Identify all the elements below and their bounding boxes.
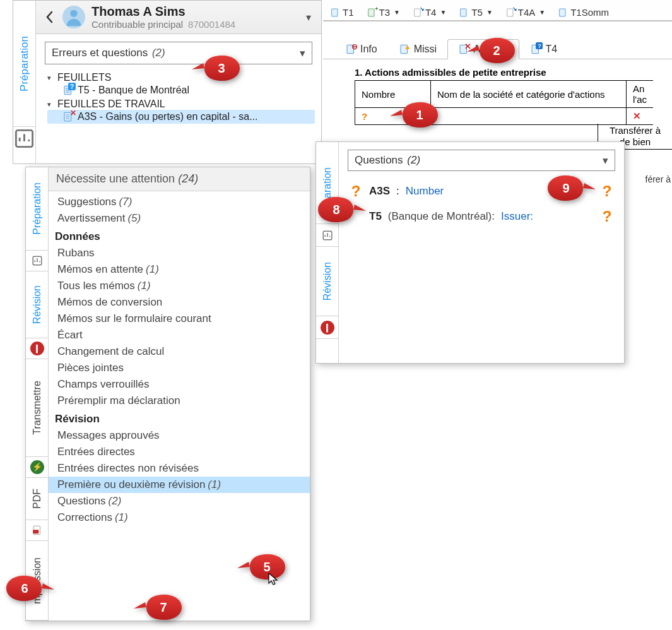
svg-rect-12 [33,530,38,534]
document-icon: ↘ [413,8,423,18]
question-icon: ? [600,208,614,225]
menu-item[interactable]: Champs verrouillés [49,376,310,393]
menu-item[interactable]: Écart [49,327,310,343]
menu-item[interactable]: Changement de calcul [49,343,310,360]
tab-t4[interactable]: ? T4 [519,39,568,59]
cursor-icon [268,572,279,589]
cell-nom-value[interactable] [431,108,627,125]
menu-section: Données [49,227,310,245]
form-tab-t4[interactable]: ↘ T4▼ [407,4,452,20]
tree-group-feuilles-travail[interactable]: ▾FEUILLES DE TRAVAIL [47,98,315,110]
form-tab-t5[interactable]: T5▼ [453,4,498,20]
document-icon: ↘ [505,8,516,18]
menu-item[interactable]: Pièces jointes [49,360,310,376]
callout-8: 8 [317,196,366,223]
form-tab-t4a[interactable]: ↘ T4A▼ [500,4,551,20]
transmit-status-icon: ⚡ [26,457,48,478]
form-tab-t3[interactable]: + T3▼ [361,4,406,20]
callout-6: 6 [5,574,54,602]
menu-item[interactable]: Tous les mémos (1) [49,278,310,294]
profile-dropdown[interactable]: ▾ [302,11,315,23]
document-icon: ? [62,85,74,96]
svg-point-1 [70,10,77,17]
menu-item[interactable]: Première ou deuxième révision (1) [49,477,310,493]
menu-item[interactable]: Questions (2) [49,493,310,509]
form-tab-t1[interactable]: T1 [324,4,360,20]
chart-icon[interactable] [316,224,338,247]
pdf-icon [26,520,48,541]
menu-list: Suggestions (7)Avertissement (5)DonnéesR… [49,191,310,528]
revision-status-icon: ❙ [316,316,338,339]
document-icon: ▲ [399,44,410,55]
callout-7: 7 [134,593,183,621]
svg-rect-16 [461,9,466,16]
questions-dropdown[interactable]: Questions (2) ▾ [348,150,615,171]
tab-info[interactable]: ⊖ Info [334,39,388,59]
left-vertical-tabs: Préparation [13,1,36,163]
document-icon: ? [530,44,541,55]
document-icon [330,8,340,18]
menu-item[interactable]: Corrections (1) [49,509,310,526]
tree: ▾FEUILLETS ? T5 - Banque de Montréal ▾FE… [36,71,321,128]
avatar [62,6,85,28]
callout-1: 1 [390,101,439,129]
errors-questions-dropdown[interactable]: Erreurs et questions (2) ▾ [45,42,312,64]
menu-item[interactable]: Rubans [49,245,310,261]
vtab-revision[interactable]: Révision [26,271,48,338]
form-content: 1. Actions admissibles de petite entrepr… [323,59,672,125]
tree-group-feuillets[interactable]: ▾FEUILLETS [47,72,315,83]
menu-item[interactable]: Suggestions (7) [49,194,310,210]
back-button[interactable] [42,8,56,26]
tree-item-t5[interactable]: ? T5 - Banque de Montréal [47,83,315,97]
document-icon: ✕ [62,111,74,122]
col-nom-societe: Nom de la société et catégorie d'actions [431,81,627,108]
document-icon [558,8,568,18]
svg-rect-18 [560,9,565,16]
document-icon: ⊖ [345,44,357,55]
menu-item[interactable]: Avertissement (5) [49,210,310,227]
document-icon: + [367,8,377,18]
callout-3: 3 [192,54,241,82]
vtab-preparation[interactable]: Préparation [26,167,48,251]
menu-item[interactable]: Préremplir ma déclaration [49,393,310,409]
menu-item[interactable]: Mémos de conversion [49,294,310,311]
question-icon: ? [600,182,614,200]
svg-rect-14 [368,9,374,16]
callout-5: 5 [237,553,286,581]
question-row-t5[interactable]: ? T5 (Banque de Montréal): Issuer: ? [349,204,614,229]
col-an: Anl'ac [627,81,654,108]
vtab-transmettre[interactable]: Transmettre [26,359,48,457]
menu-item[interactable]: Entrées directes non révisées [49,460,310,477]
menu-item[interactable]: Entrées directes [49,444,310,460]
vtab-pdf[interactable]: PDF [26,478,48,521]
menu-header: Nécessite une attention (24) [49,167,310,191]
vtab-preparation[interactable]: Préparation [13,1,35,127]
text-ferer: férer à [645,174,671,184]
vtab-revision[interactable]: Révision [316,247,338,316]
menu-item[interactable]: Mémos en attente (1) [49,261,310,278]
svg-rect-13 [332,9,338,16]
profile-subline: Contribuable principal870001484 [91,19,296,30]
callout-2: 2 [467,37,516,64]
profile-header: Thomas A Sims Contribuable principal8700… [36,1,321,34]
form-section-title: 1. Actions admissibles de petite entrepr… [355,67,672,78]
menu-item[interactable]: Messages approuvés [49,427,310,444]
left-panel: Préparation Thomas A Sims Contribuable p… [13,0,322,164]
tree-item-a3s[interactable]: ✕ A3S - Gains (ou pertes) en capital - s… [47,110,315,124]
cell-delete[interactable]: ✕ [627,108,654,125]
chart-icon[interactable] [13,127,35,150]
form-tab-strip: T1 + T3▼ ↘ T4▼ T5▼ ↘ T4A▼ T1Somm [323,0,672,21]
tab-missi[interactable]: ▲ Missi [388,39,447,59]
menu-item[interactable]: Mémos sur le formulaire courant [49,311,310,327]
profile-name: Thomas A Sims [91,4,296,19]
form-tab-t1somm[interactable]: T1Somm [552,4,615,20]
revision-status-icon: ❙ [26,338,48,359]
chart-icon[interactable] [26,251,48,271]
callout-9: 9 [546,174,596,202]
menu-section: Révision [49,409,310,427]
document-icon [459,8,469,18]
